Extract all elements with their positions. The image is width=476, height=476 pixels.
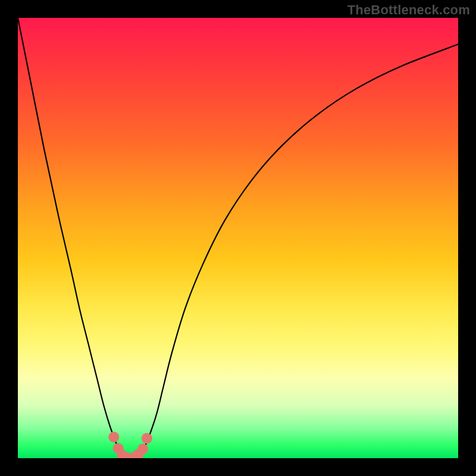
curve-marker <box>108 432 119 443</box>
curve-marker <box>142 433 152 444</box>
bottleneck-curve <box>18 18 458 458</box>
curve-marker <box>137 444 148 455</box>
watermark-text: TheBottleneck.com <box>347 2 470 18</box>
marker-group <box>108 432 152 459</box>
curve-layer <box>18 18 458 458</box>
chart-frame: TheBottleneck.com <box>0 0 476 476</box>
plot-area <box>18 18 458 458</box>
